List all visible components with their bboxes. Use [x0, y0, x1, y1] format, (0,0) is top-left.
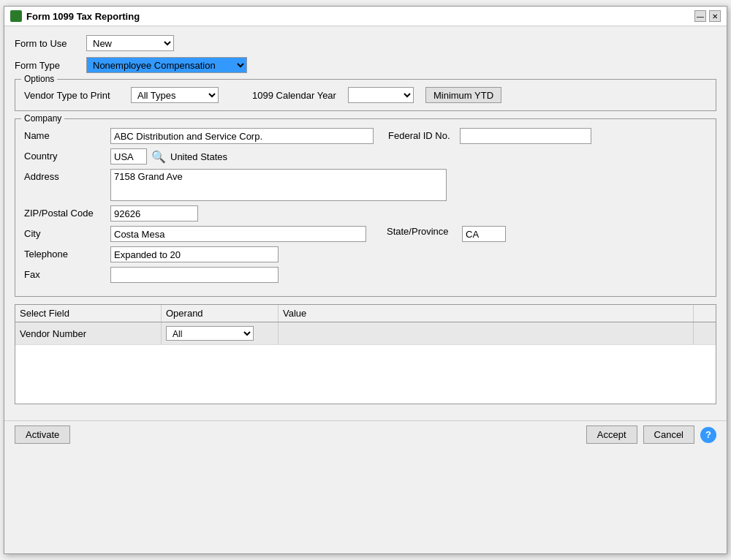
zip-input[interactable] [110, 205, 198, 222]
operand-cell[interactable]: All Equal Not Equal [162, 322, 279, 344]
state-label: State/Province [387, 226, 456, 237]
telephone-row: Telephone [24, 246, 707, 262]
country-label: Country [24, 148, 105, 162]
zip-label: ZIP/Postal Code [24, 205, 105, 219]
form-to-use-row: Form to Use New Existing [15, 35, 716, 51]
form-type-select[interactable]: Nonemployee Compensation Interest Divide… [86, 57, 247, 73]
col-select-field-header: Select Field [15, 305, 162, 322]
name-label: Name [24, 128, 105, 141]
name-input[interactable] [110, 128, 374, 144]
extra-cell [694, 322, 716, 344]
table-empty-area [15, 345, 716, 404]
form-to-use-select[interactable]: New Existing [86, 35, 174, 51]
company-legend: Company [21, 113, 64, 124]
activate-button[interactable]: Activate [15, 425, 70, 444]
title-buttons: — ✕ [694, 10, 721, 22]
operand-select[interactable]: All Equal Not Equal [166, 326, 254, 341]
telephone-label: Telephone [24, 246, 105, 260]
col-extra-header [694, 305, 716, 322]
country-search-button[interactable]: 🔍 [151, 150, 166, 164]
city-input[interactable] [110, 226, 366, 242]
country-input-group: 🔍 United States [110, 148, 227, 164]
options-legend: Options [21, 74, 57, 84]
country-name-display: United States [170, 151, 227, 162]
calendar-year-select[interactable]: 2023 2022 2021 [348, 87, 414, 103]
country-row: Country 🔍 United States [24, 148, 707, 164]
col-operand-header: Operand [162, 305, 279, 322]
calendar-year-label: 1099 Calendar Year [252, 90, 336, 101]
help-button[interactable]: ? [700, 427, 716, 443]
app-icon [10, 10, 22, 22]
accept-button[interactable]: Accept [586, 425, 637, 444]
form-to-use-label: Form to Use [15, 38, 80, 49]
fax-label: Fax [24, 267, 105, 280]
country-code-input[interactable] [110, 148, 147, 164]
cancel-button[interactable]: Cancel [643, 425, 694, 444]
company-name-row: Name Federal ID No. [24, 128, 707, 144]
telephone-input[interactable] [110, 246, 279, 262]
main-window: Form 1099 Tax Reporting — ✕ Form to Use … [4, 6, 727, 554]
table-header-row: Select Field Operand Value [15, 305, 716, 322]
fax-row: Fax [24, 267, 707, 283]
footer: Activate Accept Cancel ? [4, 420, 727, 448]
federal-id-input[interactable] [460, 128, 591, 144]
value-input[interactable] [283, 325, 689, 341]
address-label: Address [24, 169, 105, 182]
minimum-ytd-button[interactable]: Minimum YTD [425, 87, 501, 103]
vendor-type-label: Vendor Type to Print [24, 90, 119, 101]
options-row: Vendor Type to Print All Types Type 1 Ty… [24, 87, 707, 103]
address-input[interactable]: 7158 Grand Ave [110, 169, 447, 201]
title-bar: Form 1099 Tax Reporting — ✕ [4, 7, 727, 26]
select-field-value: Vendor Number [20, 328, 86, 339]
table-row: Vendor Number All Equal Not Equal [15, 322, 716, 345]
title-bar-left: Form 1099 Tax Reporting [10, 10, 140, 22]
close-button[interactable]: ✕ [709, 10, 721, 22]
window-title: Form 1099 Tax Reporting [26, 11, 140, 22]
value-cell[interactable] [279, 322, 694, 344]
company-group: Company Name Federal ID No. Country 🔍 Un… [15, 118, 716, 297]
address-row: Address 7158 Grand Ave [24, 169, 707, 201]
city-label: City [24, 226, 105, 239]
fax-input[interactable] [110, 267, 279, 283]
form-type-row: Form Type Nonemployee Compensation Inter… [15, 57, 716, 73]
federal-id-label: Federal ID No. [388, 128, 454, 141]
vendor-type-select[interactable]: All Types Type 1 Type 2 [131, 87, 219, 103]
city-state-row: City State/Province [24, 226, 707, 242]
form-type-label: Form Type [15, 60, 80, 71]
filter-table: Select Field Operand Value Vendor Number… [15, 304, 716, 404]
zip-row: ZIP/Postal Code [24, 205, 707, 222]
state-input[interactable] [462, 226, 506, 242]
minimize-button[interactable]: — [694, 10, 706, 22]
select-field-cell: Vendor Number [15, 322, 162, 344]
content-area: Form to Use New Existing Form Type Nonem… [4, 26, 727, 420]
col-value-header: Value [279, 305, 694, 322]
footer-right: Accept Cancel ? [586, 425, 716, 444]
options-group: Options Vendor Type to Print All Types T… [15, 79, 716, 111]
